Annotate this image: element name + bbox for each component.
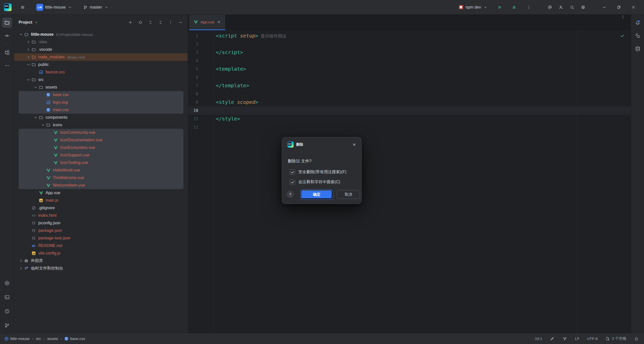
breadcrumb-item-src[interactable]: src — [36, 336, 41, 341]
chevron-expanded-icon[interactable] — [40, 122, 46, 128]
help-button[interactable]: ? — [287, 191, 294, 198]
chevron-expanded-icon[interactable] — [18, 32, 24, 37]
debug-button[interactable] — [509, 5, 520, 10]
tool-window-more-icon[interactable] — [2, 61, 12, 71]
more-actions-icon[interactable] — [523, 5, 534, 10]
main-menu-button[interactable] — [18, 3, 27, 11]
safe-delete-checkbox[interactable]: 安全删除(带有用法搜索)(F) — [290, 169, 346, 175]
project-view-selector[interactable]: Project — [19, 20, 39, 25]
tool-window-ai-assistant-icon[interactable] — [633, 31, 643, 41]
code-text: <style scoped> — [214, 98, 258, 106]
tool-window-terminal-icon[interactable] — [2, 292, 12, 302]
settings-gear-icon[interactable] — [578, 5, 589, 10]
tree-item--[interactable]: 临时文件和控制台 — [14, 265, 188, 272]
tool-window-problems-icon[interactable] — [2, 306, 12, 316]
code-with-me-icon[interactable] — [555, 5, 567, 10]
tool-window-git-branch-icon[interactable] — [2, 320, 12, 330]
caret-position-widget[interactable]: 10:1 — [535, 336, 542, 341]
run-button[interactable] — [494, 5, 505, 10]
encoding-widget[interactable]: UTF-8 — [587, 336, 598, 341]
tool-window-structure-icon[interactable] — [2, 48, 12, 58]
tree-item-public[interactable]: public — [14, 61, 188, 68]
breadcrumb-item-little-mouse[interactable]: little-mouse — [5, 336, 30, 341]
tree-item-main.js[interactable]: JSmain.js — [14, 197, 188, 204]
chevron-expanded-icon[interactable] — [33, 115, 38, 120]
chevron-collapsed-icon[interactable] — [26, 54, 31, 60]
tree-item-.gitignore[interactable]: .gitignore — [14, 204, 188, 212]
tree-item-helloworld.vue[interactable]: HelloWorld.vue — [14, 166, 188, 174]
tree-item-assets[interactable]: assets — [14, 83, 188, 91]
tree-item-iconcommunity.vue[interactable]: IconCommunity.vue — [14, 129, 188, 136]
tree-item-main.css[interactable]: main.css — [14, 106, 188, 114]
add-icon[interactable] — [127, 19, 134, 26]
chevron-collapsed-icon[interactable] — [26, 47, 31, 52]
tree-item-icons[interactable]: icons — [14, 121, 188, 129]
chevron-expanded-icon[interactable] — [26, 62, 31, 67]
tree-item-label: package-lock.json — [38, 236, 70, 240]
window-minimize-button[interactable] — [599, 5, 610, 10]
breadcrumb-item-base.css[interactable]: base.css — [64, 336, 85, 341]
tree-item-iconsupport.vue[interactable]: IconSupport.vue — [14, 151, 188, 159]
tree-item-base.css[interactable]: base.css — [14, 91, 188, 99]
tool-window-services-icon[interactable] — [2, 278, 12, 288]
tree-item-jsconfig.json[interactable]: jsconfig.json — [14, 219, 188, 227]
tree-item-vite.config.js[interactable]: JSvite.config.js — [14, 249, 188, 257]
window-restore-button[interactable] — [613, 5, 624, 10]
tree-item-readme.md[interactable]: MREADME.md — [14, 242, 188, 249]
tab-close-icon[interactable]: ✕ — [217, 20, 221, 24]
collapse-all-icon[interactable] — [157, 19, 164, 26]
tool-window-project-folder-icon[interactable] — [2, 18, 12, 28]
project-icon — [5, 337, 9, 341]
editor-tab-options-icon[interactable] — [620, 15, 625, 20]
tree-item-index.html[interactable]: index.html — [14, 212, 188, 219]
project-widget[interactable]: LM little-mouse — [34, 2, 74, 12]
tree-item-favicon.ico[interactable]: favicon.ico — [14, 68, 188, 76]
tree-item-.idea[interactable]: .idea — [14, 38, 188, 46]
ai-actions-icon[interactable] — [544, 5, 555, 10]
tree-item-components[interactable]: components — [14, 114, 188, 121]
tree-item-little-mouse[interactable]: little-mouseD:\Project\little-mouse — [14, 31, 188, 38]
tree-item-welcomeitem.vue[interactable]: WelcomeItem.vue — [14, 182, 188, 189]
tree-item-.vscode[interactable]: .vscode — [14, 46, 188, 53]
tree-item-icondocumentation.vue[interactable]: IconDocumentation.vue — [14, 136, 188, 144]
breadcrumb-item-assets[interactable]: assets — [47, 336, 58, 341]
tree-item-package.json[interactable]: package.json — [14, 227, 188, 234]
tree-item--[interactable]: 外部库 — [14, 257, 188, 265]
expand-all-icon[interactable] — [147, 19, 154, 26]
tool-window-database-icon[interactable] — [633, 44, 643, 54]
line-separator-widget[interactable]: LF — [575, 336, 579, 341]
chevron-expanded-icon[interactable] — [33, 84, 38, 90]
search-everywhere-icon[interactable] — [567, 5, 578, 10]
chevron-expanded-icon[interactable] — [26, 77, 31, 82]
tool-window-notifications-icon[interactable] — [633, 18, 643, 28]
locate-file-icon[interactable] — [137, 19, 144, 26]
tree-item-package-lock.json[interactable]: package-lock.json — [14, 234, 188, 242]
cancel-button[interactable]: 取消 — [337, 190, 360, 199]
dialog-close-icon[interactable]: ✕ — [351, 141, 357, 148]
code-editor[interactable]: 1<script setup> 显示组件用法23</script>45<temp… — [188, 30, 631, 333]
vcs-branch-widget[interactable]: master — [81, 3, 111, 11]
tree-item-app.vue[interactable]: App.vue — [14, 189, 188, 197]
run-configuration-widget[interactable]: npm dev — [459, 5, 488, 10]
inspections-ok-icon[interactable] — [620, 33, 625, 38]
vue-status-icon[interactable] — [562, 336, 567, 341]
tab-app-vue[interactable]: App.vue ✕ — [189, 15, 225, 30]
chevron-collapsed-icon[interactable] — [18, 266, 24, 271]
search-in-comments-checkbox[interactable]: 在注释和字符中搜索(C) — [290, 180, 340, 185]
ok-button[interactable]: 确定 — [301, 190, 332, 199]
unlocked-icon[interactable] — [634, 336, 639, 341]
chevron-collapsed-icon[interactable] — [26, 39, 31, 45]
tool-window-commit-icon[interactable] — [2, 31, 12, 41]
more-icon[interactable] — [167, 19, 174, 26]
tree-item-iconecosystem.vue[interactable]: IconEcosystem.vue — [14, 144, 188, 151]
hide-icon[interactable] — [177, 19, 184, 26]
tree-item-node-modules[interactable]: node_moduleslibrary root — [14, 53, 188, 61]
chevron-collapsed-icon[interactable] — [18, 258, 24, 264]
tree-item-logo.svg[interactable]: logo.svg — [14, 99, 188, 106]
tree-item-thewelcome.vue[interactable]: TheWelcome.vue — [14, 174, 188, 182]
tree-item-icontooling.vue[interactable]: IconTooling.vue — [14, 159, 188, 166]
indent-widget[interactable]: 2 个空格 — [605, 336, 626, 341]
highlighting-level-icon[interactable] — [550, 336, 555, 341]
window-close-button[interactable] — [628, 5, 639, 10]
tree-item-src[interactable]: src — [14, 76, 188, 83]
